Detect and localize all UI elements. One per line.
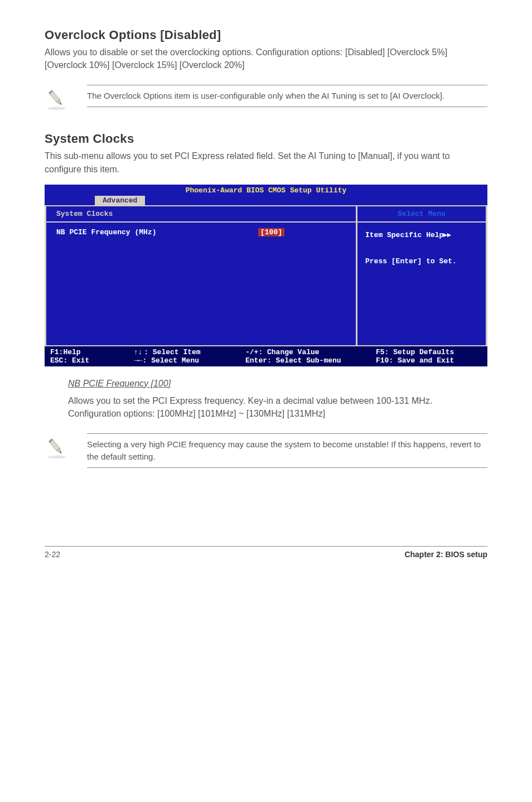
footer-f10: F10: Save and Exit xyxy=(376,356,482,365)
svg-point-0 xyxy=(48,107,66,110)
bios-screenshot: Phoenix-Award BIOS CMOS Setup Utility Ad… xyxy=(45,185,487,366)
chapter-label: Chapter 2: BIOS setup xyxy=(404,550,487,559)
bios-field-row: NB PCIE Frequency (MHz) [100] xyxy=(56,228,346,236)
system-clocks-paragraph: This sub-menu allows you to set PCI Expr… xyxy=(45,149,487,175)
footer-select-item: ↑↓ : Select Item xyxy=(134,348,240,356)
overclock-paragraph: Allows you to disable or set the overclo… xyxy=(45,46,487,71)
bios-tab-advanced: Advanced xyxy=(95,196,145,205)
nb-pcie-heading: NB PCIE Frequency [100] xyxy=(68,379,487,389)
svg-point-7 xyxy=(48,456,66,459)
bios-left-header: System Clocks xyxy=(46,206,356,223)
bios-footer: F1:Help ESC: Exit ↑↓ : Select Item →←: S… xyxy=(45,346,487,366)
pencil-icon xyxy=(45,85,71,114)
bios-field-label: NB PCIE Frequency (MHz) xyxy=(56,228,156,236)
footer-f1: F1:Help xyxy=(50,348,134,356)
system-clocks-heading: System Clocks xyxy=(45,132,487,146)
note-block-1: The Overclock Options item is user-confi… xyxy=(45,85,487,114)
bios-title: Phoenix-Award BIOS CMOS Setup Utility xyxy=(45,185,487,196)
page-footer: 2-22 Chapter 2: BIOS setup xyxy=(45,546,487,559)
bios-field-value: [100] xyxy=(258,228,284,236)
page-number: 2-22 xyxy=(45,550,60,559)
note-text-2: Selecting a very high PCIE frequency may… xyxy=(87,438,487,463)
bios-right-header: Select Menu xyxy=(357,206,486,223)
note-block-2: Selecting a very high PCIE frequency may… xyxy=(45,433,487,468)
footer-enter-submenu: Enter: Select Sub-menu xyxy=(245,356,376,365)
help-arrow-icon: ▸▸ xyxy=(443,230,451,239)
bios-help-line2: Press [Enter] to Set. xyxy=(365,255,478,268)
footer-f5: F5: Setup Defaults xyxy=(376,348,482,356)
nb-pcie-paragraph: Allows you to set the PCI Express freque… xyxy=(68,394,487,420)
overclock-heading: Overclock Options [Disabled] xyxy=(45,28,487,42)
footer-esc: ESC: Exit xyxy=(50,356,134,365)
footer-change-value: -/+: Change Value xyxy=(245,348,376,356)
footer-select-menu: →←: Select Menu xyxy=(134,356,240,365)
bios-help-line1: Item Specific Help▸▸ xyxy=(365,228,478,241)
note-text-1: The Overclock Options item is user-confi… xyxy=(87,90,487,102)
pencil-icon xyxy=(45,433,71,462)
